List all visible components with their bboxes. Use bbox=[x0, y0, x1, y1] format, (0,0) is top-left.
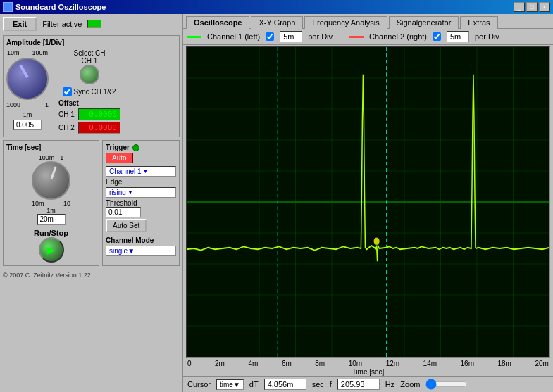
channel-header: Channel 1 (left) per Div Channel 2 (righ… bbox=[183, 29, 553, 45]
amp-label-10m: 10m bbox=[7, 49, 20, 56]
ch1-offset-label: CH 1 bbox=[58, 110, 75, 118]
trigger-section: Trigger Auto Channel 1 ▼ Edge rising ▼ T… bbox=[102, 140, 180, 266]
ch2-visible-checkbox[interactable] bbox=[433, 32, 441, 41]
time-tick-2m: 2m bbox=[215, 360, 225, 367]
channel-mode-area: Channel Mode single ▼ bbox=[106, 236, 176, 256]
oscilloscope-display bbox=[186, 46, 550, 358]
time-tick-0: 0 bbox=[187, 360, 192, 367]
ch1-perdiv-input[interactable] bbox=[280, 31, 302, 42]
time-tick-6m: 6m bbox=[282, 360, 292, 367]
tab-oscilloscope[interactable]: Oscilloscope bbox=[186, 16, 249, 29]
run-stop-area: Run/Stop ▶ bbox=[6, 229, 96, 263]
trigger-auto-button[interactable]: Auto bbox=[106, 153, 133, 163]
tab-frequency-analysis[interactable]: Frequency Analysis bbox=[304, 16, 387, 29]
channel-mode-arrow: ▼ bbox=[128, 247, 135, 255]
amp-label-100m: 100m bbox=[32, 49, 49, 56]
tab-signalgenerator[interactable]: Signalgenerator bbox=[389, 16, 459, 29]
ch2-offset-value[interactable]: 0.0000 bbox=[78, 122, 120, 134]
trigger-channel-dropdown[interactable]: Channel 1 ▼ bbox=[106, 166, 176, 177]
sync-check[interactable]: Sync CH 1&2 bbox=[63, 87, 116, 96]
f-unit: Hz bbox=[385, 380, 394, 388]
f-value-input[interactable]: 205.93 bbox=[337, 379, 380, 390]
trigger-channel-value: Channel 1 bbox=[109, 167, 142, 175]
amplitude-title: Amplitude [1/Div] bbox=[6, 39, 176, 46]
sync-label: Sync CH 1&2 bbox=[73, 88, 116, 96]
amp-label-1m: 1m bbox=[23, 111, 32, 118]
channel-mode-select[interactable]: single ▼ bbox=[106, 246, 176, 256]
time-value-input[interactable] bbox=[37, 214, 66, 225]
amp-label-1: 1 bbox=[45, 101, 49, 108]
cursor-label: Cursor bbox=[187, 380, 211, 388]
zoom-slider[interactable] bbox=[425, 379, 468, 390]
sync-checkbox[interactable] bbox=[63, 87, 72, 96]
ch1-header-label: Channel 1 (left) bbox=[207, 32, 260, 41]
amplitude-knob[interactable] bbox=[6, 58, 49, 100]
cursor-type-value: time bbox=[220, 381, 233, 388]
time-knob[interactable] bbox=[32, 161, 70, 200]
time-label-1m: 1m bbox=[46, 207, 56, 214]
left-top-bar: Exit Filter active bbox=[3, 17, 180, 31]
time-tick-20m: 20m bbox=[535, 360, 548, 367]
app-title: Soundcard Oszilloscope bbox=[15, 3, 106, 11]
ch1-select-knob[interactable] bbox=[80, 65, 99, 84]
cursor-bar: Cursor time ▼ dT 4.856m sec f 205.93 Hz … bbox=[183, 376, 553, 392]
time-axis: 0 2m 4m 6m 8m 10m 12m 14m 16m 18m 20m bbox=[183, 359, 553, 368]
tab-xy-graph[interactable]: X-Y Graph bbox=[251, 16, 303, 29]
time-label-10: 10 bbox=[63, 200, 70, 207]
ch1-visible-checkbox[interactable] bbox=[266, 32, 274, 41]
ch2-offset-label: CH 2 bbox=[58, 124, 75, 132]
time-tick-12m: 12m bbox=[386, 360, 399, 367]
trigger-channel-arrow: ▼ bbox=[143, 168, 149, 175]
amplitude-knob-indicator bbox=[19, 65, 28, 78]
title-bar: Soundcard Oszilloscope _ □ × bbox=[0, 0, 553, 14]
time-tick-4m: 4m bbox=[248, 360, 258, 367]
left-panel: Exit Filter active Amplitude [1/Div] 10m… bbox=[0, 14, 183, 392]
edge-arrow: ▼ bbox=[128, 189, 133, 196]
filter-label: Filter active bbox=[42, 20, 82, 28]
dt-unit: sec bbox=[312, 380, 324, 388]
ch2-header-label: Channel 2 (right) bbox=[369, 32, 427, 41]
edge-dropdown[interactable]: rising ▼ bbox=[106, 187, 176, 198]
threshold-input[interactable] bbox=[106, 207, 141, 217]
title-bar-left: Soundcard Oszilloscope bbox=[3, 2, 106, 12]
svg-point-23 bbox=[374, 237, 380, 244]
time-title: Time [sec] bbox=[6, 144, 96, 151]
offset-title: Offset bbox=[58, 99, 120, 107]
maximize-button[interactable]: □ bbox=[526, 2, 538, 12]
time-label-100m: 100m bbox=[39, 154, 55, 161]
tab-extras[interactable]: Extras bbox=[460, 16, 497, 29]
filter-indicator bbox=[87, 20, 101, 28]
time-tick-16m: 16m bbox=[461, 360, 474, 367]
autoset-button[interactable]: Auto Set bbox=[106, 219, 147, 232]
close-button[interactable]: × bbox=[539, 2, 550, 12]
tabs-bar: Oscilloscope X-Y Graph Frequency Analysi… bbox=[183, 14, 553, 29]
trigger-led bbox=[132, 144, 139, 151]
ch1-perdiv-label: per Div bbox=[308, 32, 333, 41]
time-section: Time [sec] 100m 1 10m 10 1m bbox=[3, 140, 99, 266]
run-stop-button[interactable]: ▶ bbox=[39, 237, 64, 263]
minimize-button[interactable]: _ bbox=[514, 2, 525, 12]
amplitude-value-input[interactable]: 0.005 bbox=[13, 120, 42, 130]
time-tick-14m: 14m bbox=[423, 360, 437, 367]
main-content: Exit Filter active Amplitude [1/Div] 10m… bbox=[0, 14, 553, 392]
run-stop-label: Run/Stop bbox=[34, 229, 68, 237]
cursor-type-select[interactable]: time ▼ bbox=[216, 379, 244, 390]
amp-label-100u: 100u bbox=[6, 101, 20, 108]
edge-value: rising bbox=[109, 189, 126, 196]
threshold-label: Threshold bbox=[106, 199, 176, 207]
dt-label: dT bbox=[249, 380, 259, 388]
ch1-offset-row: CH 1 0.0000 bbox=[58, 108, 120, 120]
select-ch-label: Select CH bbox=[73, 49, 105, 57]
exit-button[interactable]: Exit bbox=[3, 17, 37, 31]
copyright: © 2007 C. Zeitnitz Version 1.22 bbox=[3, 272, 180, 279]
ch1-offset-value[interactable]: 0.0000 bbox=[78, 108, 120, 120]
trigger-title: Trigger bbox=[106, 144, 176, 151]
dt-value-input[interactable]: 4.856m bbox=[264, 379, 306, 390]
app-icon bbox=[3, 2, 13, 12]
time-tick-10m: 10m bbox=[349, 360, 362, 367]
trigger-label: Trigger bbox=[106, 144, 130, 151]
title-bar-buttons: _ □ × bbox=[514, 2, 550, 12]
channel-mode-label: Channel Mode bbox=[106, 236, 176, 244]
ch2-perdiv-input[interactable] bbox=[447, 31, 469, 42]
time-axis-unit: Time [sec] bbox=[183, 368, 553, 376]
